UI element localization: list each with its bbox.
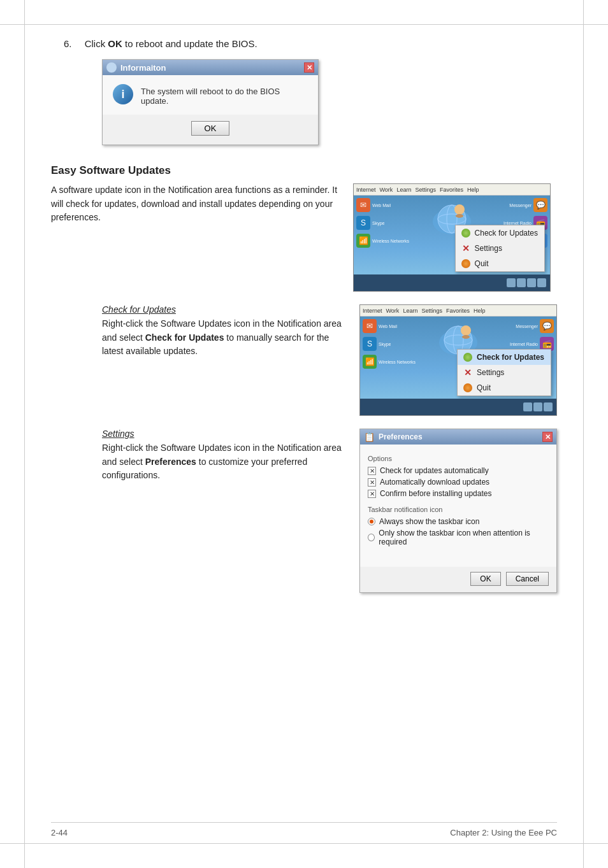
checkbox-auto-check[interactable]: ✕	[368, 467, 376, 475]
quit-icon-2	[463, 383, 473, 393]
context-menu-2: Check for Updates ✕ Settings Quit	[457, 349, 551, 396]
tray-icon-4	[537, 278, 546, 287]
prefs-radio-2: Only show the taskbar icon when attentio…	[368, 527, 549, 548]
prefs-body: Options ✕ Check for updates automaticall…	[360, 445, 556, 567]
menu-item-quit-1: Quit	[456, 256, 544, 271]
checkbox-auto-check-label: Check for updates automatically	[380, 466, 489, 475]
quit-icon-1	[461, 259, 471, 269]
step-number: 6.	[64, 38, 72, 49]
prefs-footer: OK Cancel	[360, 567, 556, 592]
check-updates-left: Check for Updates Right-click the Softwa…	[51, 304, 347, 416]
step-6-intro: Click	[85, 38, 108, 49]
footer-page-number: 2-44	[51, 828, 68, 837]
check-updates-icon-2	[463, 352, 473, 362]
menu-internet-2: Internet	[363, 308, 382, 314]
prefs-ok-button[interactable]: OK	[470, 572, 500, 586]
taskbar-tray-1	[504, 274, 549, 291]
menu-work: Work	[380, 187, 393, 193]
prefs-title-text: Preferences	[379, 432, 423, 441]
prefs-cancel-button[interactable]: Cancel	[506, 572, 549, 586]
taskbar-1	[354, 274, 550, 291]
wireless-label-2: Wireless Networks	[379, 360, 416, 364]
skype-icon: S	[356, 216, 370, 230]
app-icon-wireless: 📶 Wireless Networks	[356, 234, 409, 248]
intro-text: A software update icon in the Notificati…	[51, 183, 340, 225]
menu-learn-2: Learn	[403, 308, 417, 314]
svg-point-5	[454, 204, 465, 215]
prefs-check-2: ✕ Automatically download updates	[368, 476, 549, 488]
step-6-text: 6. Click OK to reboot and update the BIO…	[64, 38, 557, 49]
dialog-titlebar: Informaiton ✕	[103, 60, 318, 75]
menu-help: Help	[467, 187, 479, 193]
dialog-title-icon	[106, 62, 117, 73]
step-6-after: to reboot and update the BIOS.	[122, 38, 257, 49]
prefs-radio-1: Always show the taskbar icon	[368, 516, 549, 527]
dialog-ok-button[interactable]: OK	[191, 121, 230, 136]
taskbar-2	[360, 399, 556, 415]
checkbox-confirm-label: Confirm before installing updates	[380, 489, 491, 498]
app-icon-messenger-2: 💬 Messenger	[510, 319, 554, 333]
radio-always-show[interactable]	[368, 518, 375, 525]
prefs-title-left: 📋 Preferences	[364, 432, 423, 442]
app-icon-webmail-2: ✉ Web Mail	[363, 319, 416, 333]
app-icon-messenger: 💬 Messenger	[503, 198, 547, 212]
radio-only-attention[interactable]	[368, 534, 375, 541]
webmail-icon: ✉	[356, 198, 370, 212]
intro-left-col: A software update icon in the Notificati…	[51, 183, 340, 292]
settings-right: 📋 Preferences ✕ Options ✕ Check for upda…	[359, 429, 557, 593]
desktop-screenshot-2: Internet Work Learn Settings Favorites H…	[359, 304, 557, 416]
radio-label-2: Internet Radio	[510, 342, 538, 346]
dialog-title-text: Informaiton	[120, 63, 166, 73]
left-app-icons-2: ✉ Web Mail S Skype 📶 Wireless Networks	[363, 319, 416, 369]
check-updates-body-bold: Check for Updates	[145, 332, 224, 343]
prefs-options-label: Options	[368, 455, 549, 462]
prefs-dialog: 📋 Preferences ✕ Options ✕ Check for upda…	[359, 429, 557, 593]
spacer	[368, 548, 549, 560]
app-icon-wireless-2: 📶 Wireless Networks	[363, 355, 416, 369]
menu-internet: Internet	[356, 187, 376, 193]
right-app-icons-2: 💬 Messenger 📻 Internet Radio	[510, 319, 554, 351]
menu-learn: Learn	[396, 187, 411, 193]
tray-icon-5	[523, 402, 532, 411]
menu-item-quit-2: Quit	[458, 380, 551, 395]
menu-favorites-2: Favorites	[446, 308, 470, 314]
settings-body: Right-click the Software Updates icon in…	[102, 441, 347, 483]
radio-dot-selected	[370, 520, 373, 523]
tray-icon-1	[507, 278, 516, 287]
settings-body-bold: Preferences	[145, 457, 196, 467]
svg-point-13	[462, 335, 470, 339]
checkbox-confirm[interactable]: ✕	[368, 490, 376, 498]
app-icon-webmail: ✉ Web Mail	[356, 198, 409, 212]
quit-label-1: Quit	[475, 259, 489, 268]
left-app-icons-1: ✉ Web Mail S Skype 📶 Wireless Networks	[356, 198, 409, 248]
prefs-close-button[interactable]: ✕	[542, 432, 553, 442]
info-dialog: Informaiton ✕ i The system will reboot t…	[102, 59, 319, 145]
menu-item-check-updates-1: Check for Updates	[456, 225, 544, 241]
dialog-close-button[interactable]: ✕	[304, 62, 314, 73]
radio-always-show-label: Always show the taskbar icon	[379, 517, 479, 526]
settings-left: Settings Right-click the Software Update…	[51, 429, 347, 593]
dialog-footer: OK	[103, 115, 318, 145]
menu-work-2: Work	[386, 308, 400, 314]
settings-icon-2: ✕	[463, 367, 473, 378]
tray-icon-2	[517, 278, 526, 287]
checkbox-auto-download[interactable]: ✕	[368, 478, 376, 487]
skype-label-2: Skype	[379, 342, 391, 346]
settings-heading: Settings	[102, 429, 347, 439]
prefs-taskbar-label: Taskbar notification icon	[368, 506, 549, 513]
check-updates-label-1: Check for Updates	[475, 229, 538, 238]
page-footer: 2-44 Chapter 2: Using the Eee PC	[51, 822, 557, 837]
svg-point-6	[456, 214, 463, 218]
prefs-titlebar: 📋 Preferences ✕	[360, 429, 556, 445]
easy-software-updates-section: Easy Software Updates A software update …	[51, 164, 557, 593]
taskbar-tray-2	[521, 399, 555, 415]
menu-help-2: Help	[474, 308, 486, 314]
menu-settings-2: Settings	[421, 308, 442, 314]
webmail-label-2: Web Mail	[379, 324, 397, 329]
step-6-section: 6. Click OK to reboot and update the BIO…	[51, 38, 557, 145]
menu-favorites: Favorites	[440, 187, 463, 193]
intro-right-col: Internet Work Learn Settings Favorites H…	[353, 183, 557, 292]
context-menu-1: Check for Updates ✕ Settings Quit	[455, 225, 545, 272]
skype-icon-2: S	[363, 337, 377, 351]
app-icon-skype: S Skype	[356, 216, 409, 230]
